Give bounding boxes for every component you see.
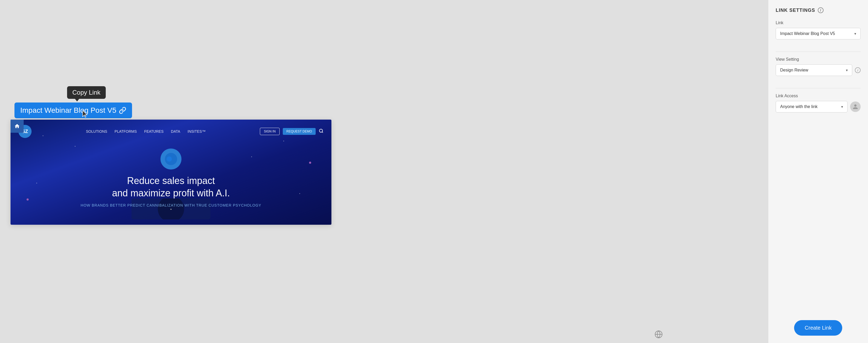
nav-links: SOLUTIONS PLATFORMS FEATURES DATA INSITE…	[86, 129, 206, 134]
link-access-field-group: Link Access Anyone with the link ▾	[776, 94, 861, 112]
view-setting-field-group: View Setting Design Review ▾ i	[776, 57, 861, 76]
link-select[interactable]: Impact Webinar Blog Post V5 ▾	[776, 28, 861, 39]
website-preview-container: SZ SOLUTIONS PLATFORMS FEATURES DATA INS…	[10, 119, 332, 225]
version-badge-label: Impact Webinar Blog Post V5	[20, 106, 116, 114]
hero-title: Reduce sales impact and maximize profit …	[112, 175, 230, 200]
sign-in-button[interactable]: SIGN IN	[260, 128, 280, 135]
view-setting-label: View Setting	[776, 57, 861, 62]
link-access-chevron: ▾	[841, 105, 843, 109]
divider-1	[776, 52, 861, 52]
nav-link-insites: INSITES™	[188, 129, 206, 134]
link-select-value: Impact Webinar Blog Post V5	[780, 31, 835, 36]
user-avatar	[850, 101, 861, 112]
search-icon[interactable]	[319, 129, 323, 135]
globe-icon[interactable]	[654, 330, 663, 340]
version-badge[interactable]: Impact Webinar Blog Post V5 Copy Link	[14, 103, 132, 118]
link-access-value: Anyone with the link	[780, 104, 817, 109]
sidebar-title-text: LINK SETTINGS	[776, 8, 815, 13]
link-field-group: Link Impact Webinar Blog Post V5 ▾	[776, 21, 861, 39]
nav-link-solutions: SOLUTIONS	[86, 129, 107, 134]
link-field-label: Link	[776, 21, 861, 25]
link-select-chevron: ▾	[854, 32, 856, 36]
svg-point-2	[166, 157, 172, 162]
view-setting-info-icon[interactable]: i	[855, 67, 861, 73]
view-setting-row: Design Review ▾ i	[776, 64, 861, 76]
sidebar-title: LINK SETTINGS i	[776, 7, 861, 13]
hero-subtitle: HOW BRANDS BETTER PREDICT CANNIBALIZATIO…	[81, 203, 261, 207]
right-sidebar: LINK SETTINGS i Link Impact Webinar Blog…	[768, 0, 868, 343]
view-setting-select[interactable]: Design Review ▾	[776, 64, 852, 76]
website-nav: SZ SOLUTIONS PLATFORMS FEATURES DATA INS…	[10, 119, 332, 143]
nav-link-features: FEATURES	[144, 129, 164, 134]
nav-link-platforms: PLATFORMS	[115, 129, 137, 134]
link-access-label: Link Access	[776, 94, 861, 98]
website-hero: Reduce sales impact and maximize profit …	[10, 143, 332, 207]
link-settings-info-icon[interactable]: i	[818, 7, 824, 13]
copy-link-tooltip: Copy Link	[67, 86, 106, 99]
svg-point-0	[319, 129, 322, 132]
link-access-select[interactable]: Anyone with the link ▾	[776, 101, 847, 112]
view-setting-value: Design Review	[780, 68, 808, 73]
copy-link-tooltip-text: Copy Link	[72, 89, 100, 96]
home-icon-area	[10, 119, 24, 133]
request-demo-button[interactable]: REQUEST DEMO	[283, 128, 316, 135]
website-preview: SZ SOLUTIONS PLATFORMS FEATURES DATA INS…	[10, 119, 332, 225]
create-link-button[interactable]: Create Link	[794, 320, 842, 336]
main-content-area: Impact Webinar Blog Post V5 Copy Link Re…	[0, 0, 768, 343]
nav-actions: SIGN IN REQUEST DEMO	[260, 128, 323, 135]
nav-link-data: DATA	[171, 129, 180, 134]
link-icon	[119, 107, 126, 114]
hero-icon	[160, 148, 182, 170]
cursor	[82, 110, 88, 118]
link-access-row: Anyone with the link ▾	[776, 101, 861, 112]
view-setting-chevron: ▾	[846, 68, 848, 72]
